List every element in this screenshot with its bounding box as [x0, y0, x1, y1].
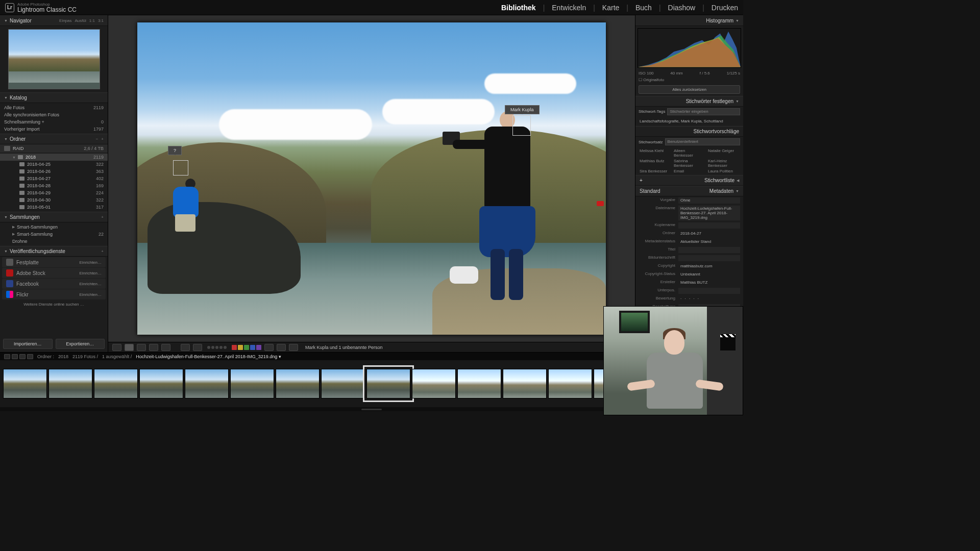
nav-custom[interactable]: 3:1 — [98, 18, 104, 23]
metadata-rating[interactable]: · · · · · — [678, 296, 740, 302]
filmstrip-thumb[interactable] — [276, 369, 320, 398]
navigator-header[interactable]: ▼ Navigator Einpas Ausfül 1:1 3:1 — [0, 15, 108, 26]
flag-pick-button[interactable] — [181, 344, 190, 351]
keyword-list-header[interactable]: + Stichwortliste◀ — [635, 175, 743, 186]
module-slideshow[interactable]: Diashow — [668, 4, 696, 12]
metadata-copyright[interactable]: matthiasbutz.com — [678, 263, 740, 269]
people-view-button[interactable] — [161, 344, 170, 351]
color-purple[interactable] — [256, 345, 261, 350]
keyword-suggestion[interactable]: Sira Benkesser — [640, 169, 671, 173]
module-map[interactable]: Karte — [602, 4, 619, 12]
keyword-set-dropdown[interactable]: Benutzerdefiniert — [665, 138, 740, 145]
minus-icon[interactable]: − — [96, 137, 99, 141]
face-tag-named[interactable]: Mark Kupla — [505, 105, 540, 114]
folder-row[interactable]: ▼20182119 — [0, 154, 108, 161]
filmstrip-thumb[interactable] — [412, 369, 456, 398]
plus-icon[interactable]: + — [101, 215, 104, 219]
grid-view-button[interactable] — [112, 344, 121, 351]
keyword-suggestion[interactable]: Melissa Kiehl — [640, 148, 671, 158]
nav-fit[interactable]: Einpas — [59, 18, 71, 23]
module-library[interactable]: Bibliothek — [501, 4, 536, 12]
metadata-preset-dropdown[interactable]: Standard — [640, 188, 660, 194]
module-book[interactable]: Buch — [635, 4, 652, 12]
catalog-item[interactable]: Vorheriger Import1797 — [0, 126, 108, 133]
plus-icon[interactable]: + — [640, 178, 643, 183]
keyword-suggestion[interactable]: Karl-Heinz Benkesser — [708, 159, 739, 168]
file-folder[interactable]: 2018 — [58, 354, 68, 359]
keyword-suggestion[interactable]: Aileen Benkesser — [674, 148, 705, 158]
metadata-copyright-status[interactable]: Unbekannt — [678, 271, 740, 278]
catalog-header[interactable]: ▼ Katalog — [0, 92, 108, 103]
folder-row[interactable]: 2018-05-01317 — [0, 204, 108, 211]
volume-row[interactable]: RAID 2,6 / 4 TB — [0, 144, 108, 153]
module-print[interactable]: Drucken — [712, 4, 738, 12]
keyword-suggestions-header[interactable]: Stichwortvorschläge — [635, 126, 743, 137]
keyword-tags-input[interactable]: Stichwörter eingeben — [667, 108, 740, 115]
file-name[interactable]: Hochzeit-Ludwigshafen-Full-Benkesser-27.… — [136, 354, 281, 359]
reset-all-button[interactable]: Alles zurücksetzen — [639, 85, 740, 94]
folder-row[interactable]: 2018-04-25322 — [0, 161, 108, 168]
metadata-caption[interactable] — [678, 255, 740, 261]
collections-header[interactable]: ▼ Sammlungen + — [0, 212, 108, 222]
keywording-header[interactable]: Stichwörter festlegen▼ — [635, 96, 743, 107]
filmstrip-thumb[interactable] — [548, 369, 592, 398]
flag-reject-button[interactable] — [193, 344, 202, 351]
face-region[interactable] — [512, 115, 531, 136]
rotate-cw-button[interactable] — [277, 344, 286, 351]
folder-row[interactable]: 2018-04-28169 — [0, 182, 108, 189]
metadata-sublocation[interactable] — [678, 288, 740, 294]
filmstrip-thumb[interactable] — [366, 369, 410, 398]
catalog-item[interactable]: Alle synchronisierten Fotos — [0, 111, 108, 118]
collection-item[interactable]: ▶Smart-Sammlungen — [0, 223, 108, 231]
metadata-preset-value[interactable]: Ohne — [678, 197, 740, 204]
face-tag-button[interactable] — [289, 344, 298, 351]
import-button[interactable]: Importieren… — [3, 339, 53, 349]
color-blue[interactable] — [250, 345, 255, 350]
filmstrip-thumb[interactable] — [503, 369, 547, 398]
publish-service[interactable]: Adobe StockEinrichten… — [2, 268, 106, 278]
rotate-ccw-button[interactable] — [264, 344, 274, 351]
folders-header[interactable]: ▼ Ordner −+ — [0, 134, 108, 144]
folder-row[interactable]: 2018-04-30322 — [0, 196, 108, 204]
publish-header[interactable]: ▼ Veröffentlichungsdienste + — [0, 246, 108, 257]
filmstrip-thumb[interactable] — [48, 369, 92, 398]
collection-item[interactable]: Drohne — [0, 238, 108, 245]
keyword-suggestion[interactable]: Sabrina Benkesser — [674, 159, 705, 168]
metadata-folder[interactable]: 2018-04-27 — [678, 231, 740, 237]
nav-1-1[interactable]: 1:1 — [89, 18, 95, 23]
loupe-photo[interactable]: ? Mark Kupla — [137, 22, 606, 335]
back-button[interactable] — [19, 354, 26, 359]
nav-fill[interactable]: Ausfül — [75, 18, 86, 23]
metadata-filename[interactable]: Hochzeit-Ludwigshafen-Full-Benkesser-27.… — [678, 206, 740, 220]
folder-row[interactable]: 2018-04-27402 — [0, 175, 108, 182]
folder-row[interactable]: 2018-04-26363 — [0, 168, 108, 175]
grid-tiny-button[interactable] — [12, 354, 18, 359]
rating-control[interactable] — [207, 346, 227, 349]
compare-view-button[interactable] — [137, 344, 146, 351]
face-tag-unnamed[interactable]: ? — [168, 146, 182, 155]
metadata-copyname[interactable] — [678, 222, 740, 229]
catalog-item[interactable]: Schnellsammlung +0 — [0, 118, 108, 126]
publish-service[interactable]: FacebookEinrichten… — [2, 279, 106, 289]
keyword-applied[interactable]: Landschaftsfotografie, Mark Kupla, Schot… — [635, 117, 743, 126]
face-region[interactable] — [173, 160, 188, 176]
histogram[interactable] — [638, 28, 741, 68]
catalog-item[interactable]: Alle Fotos2119 — [0, 104, 108, 111]
plus-icon[interactable]: + — [101, 249, 104, 254]
plus-icon[interactable]: + — [101, 137, 104, 141]
folder-row[interactable]: 2018-04-29224 — [0, 189, 108, 196]
collection-item[interactable]: ▶Smart-Sammlung22 — [0, 231, 108, 238]
forward-button[interactable] — [27, 354, 33, 359]
navigator-preview[interactable] — [8, 29, 100, 89]
keyword-suggestion[interactable]: Laura Politien — [708, 169, 739, 173]
publish-service[interactable]: FlickrEinrichten… — [2, 289, 106, 299]
color-yellow[interactable] — [238, 345, 243, 350]
filmstrip-thumb[interactable] — [3, 369, 47, 398]
publish-service[interactable]: FestplatteEinrichten… — [2, 257, 106, 267]
metadata-title[interactable] — [678, 247, 740, 253]
more-services-link[interactable]: Weitere Dienste online suchen … — [0, 300, 108, 309]
filmstrip-thumb[interactable] — [457, 369, 501, 398]
histogram-header[interactable]: Histogramm▼ — [635, 15, 743, 26]
loupe-view-button[interactable] — [125, 344, 134, 351]
keyword-suggestion[interactable]: Natalie Geiger — [708, 148, 739, 158]
